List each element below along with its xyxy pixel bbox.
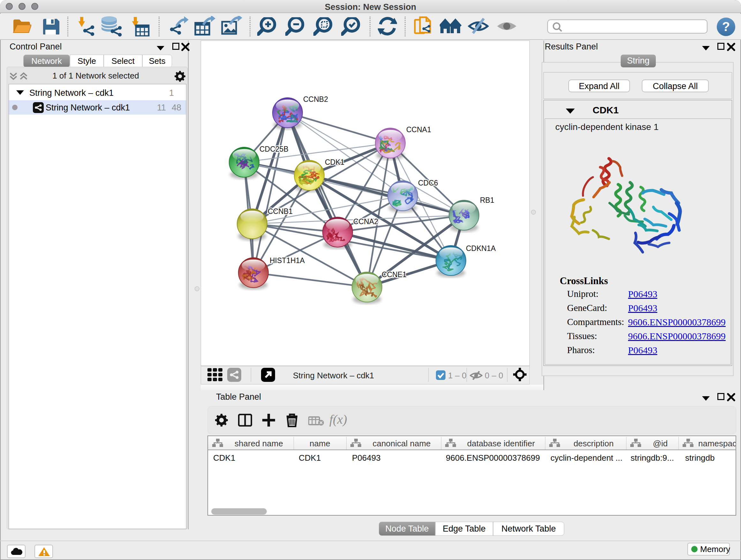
svg-text:CDK1: CDK1: [325, 158, 344, 166]
svg-text:CDC25B: CDC25B: [259, 145, 288, 153]
svg-text:CCNA2: CCNA2: [353, 217, 378, 226]
svg-text:CCNE1: CCNE1: [382, 270, 407, 279]
svg-text:RB1: RB1: [480, 196, 494, 204]
svg-text:CDC6: CDC6: [418, 179, 438, 187]
svg-text:CCNB2: CCNB2: [303, 95, 328, 104]
svg-text:CCNA1: CCNA1: [406, 125, 431, 134]
svg-text:CDKN1A: CDKN1A: [466, 244, 496, 253]
svg-text:HIST1H1A: HIST1H1A: [270, 256, 305, 265]
svg-text:CCNB1: CCNB1: [268, 207, 293, 215]
